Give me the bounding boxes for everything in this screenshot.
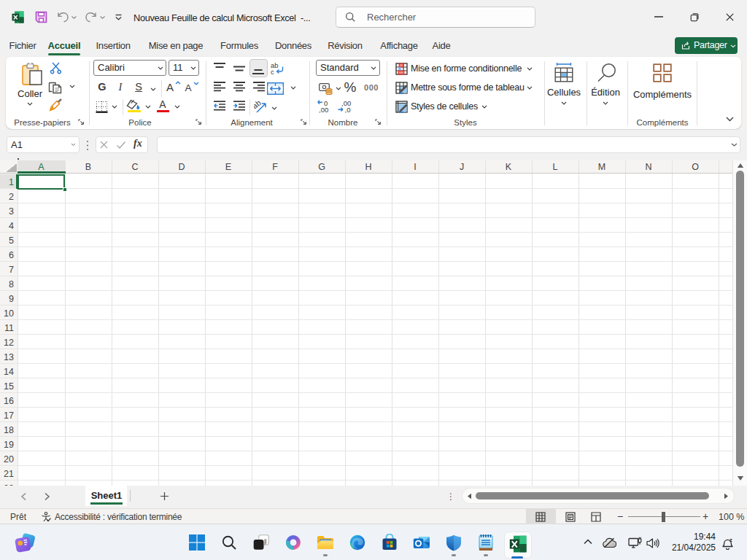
- svg-text:14: 14: [4, 367, 14, 377]
- svg-text:B: B: [85, 162, 91, 172]
- svg-text:19: 19: [4, 440, 14, 450]
- svg-text:N: N: [645, 162, 651, 172]
- svg-text:O: O: [692, 162, 699, 172]
- svg-text:2: 2: [9, 192, 14, 202]
- svg-text:1: 1: [9, 177, 14, 187]
- svg-text:M: M: [598, 162, 605, 172]
- svg-text:15: 15: [4, 381, 14, 392]
- svg-text:H: H: [365, 162, 371, 172]
- svg-text:D: D: [178, 162, 185, 172]
- svg-text:6: 6: [9, 250, 14, 260]
- svg-text:5: 5: [9, 236, 14, 246]
- svg-text:E: E: [225, 162, 231, 172]
- svg-text:L: L: [553, 162, 558, 172]
- svg-text:,00: ,00: [319, 106, 328, 113]
- svg-text:9: 9: [9, 294, 14, 304]
- svg-text:K: K: [506, 162, 512, 172]
- svg-text:17: 17: [4, 411, 14, 421]
- svg-text:20: 20: [4, 454, 14, 464]
- svg-text:11: 11: [4, 323, 14, 333]
- svg-text:I: I: [414, 162, 416, 172]
- svg-text:J: J: [460, 162, 464, 172]
- svg-text:8: 8: [9, 279, 14, 289]
- svg-text:21: 21: [4, 469, 14, 479]
- svg-text:z: z: [729, 537, 732, 543]
- svg-text:3: 3: [9, 206, 14, 217]
- svg-text:G: G: [318, 162, 325, 172]
- svg-text:F: F: [272, 162, 278, 172]
- svg-text:12: 12: [4, 338, 14, 348]
- svg-text:C: C: [131, 162, 138, 172]
- svg-text:,0: ,0: [345, 106, 351, 113]
- svg-text:18: 18: [4, 425, 14, 435]
- svg-text:7: 7: [9, 265, 14, 275]
- svg-text:c: c: [271, 68, 274, 76]
- svg-text:10: 10: [4, 308, 14, 319]
- svg-text:4: 4: [9, 221, 14, 231]
- svg-text:A: A: [38, 162, 44, 172]
- svg-text:16: 16: [4, 396, 14, 406]
- svg-text:13: 13: [4, 352, 14, 362]
